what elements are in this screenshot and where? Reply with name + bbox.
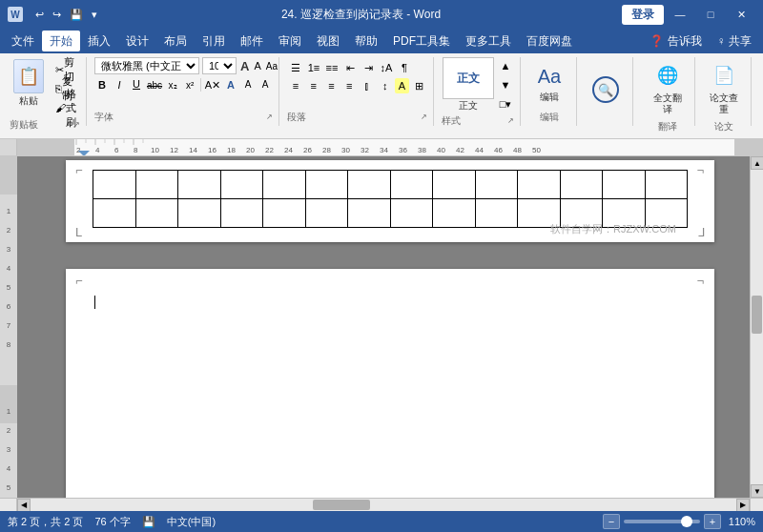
increase-indent-btn[interactable]: ⇥ — [360, 59, 377, 76]
scroll-track[interactable] — [751, 170, 763, 484]
menu-layout[interactable]: 布局 — [156, 31, 195, 51]
sort-btn[interactable]: ↕A — [378, 59, 395, 76]
vertical-scrollbar[interactable]: ▲ ▼ — [750, 156, 763, 498]
page-2[interactable]: ⌐ ⌐ — [66, 269, 714, 498]
shading-btn[interactable]: A — [395, 78, 410, 93]
show-marks-btn[interactable]: ¶ — [396, 59, 413, 76]
watermark: 软件自学网：RJZXW.COM — [550, 222, 676, 236]
table-cell — [305, 199, 348, 228]
menu-baidu[interactable]: 百度网盘 — [519, 31, 580, 51]
svg-text:6: 6 — [114, 146, 119, 154]
menu-home[interactable]: 开始 — [42, 31, 80, 51]
decrease-font-btn[interactable]: A — [253, 57, 261, 74]
find-btn[interactable]: 🔍 — [585, 73, 627, 106]
h-scroll-thumb[interactable] — [313, 500, 370, 510]
clipboard-group: 📋 粘贴 ✂ 剪切 ⎘ 复制 🖌 格式刷 剪贴板 ↗ — [4, 57, 87, 126]
multi-list-btn[interactable]: ≡≡ — [323, 59, 340, 76]
menu-share[interactable]: ♀ 共享 — [710, 31, 759, 51]
zoom-slider-thumb[interactable] — [681, 516, 692, 527]
language: 中文(中国) — [167, 515, 216, 529]
maximize-btn[interactable]: □ — [696, 0, 725, 29]
table-cell — [178, 199, 221, 228]
zoom-in-btn[interactable]: + — [704, 514, 721, 529]
zoom-slider[interactable] — [624, 520, 700, 523]
undo-btn[interactable]: ↩ — [32, 7, 47, 23]
h-scroll-right-btn[interactable]: ▶ — [736, 499, 750, 512]
scroll-thumb[interactable] — [752, 296, 762, 334]
menu-view[interactable]: 视图 — [309, 31, 347, 51]
normal-style-btn[interactable]: 正文 正文 — [442, 57, 495, 113]
h-scroll-track[interactable]: ◀ ▶ — [17, 498, 750, 511]
corner-tl: ⌐ — [75, 164, 83, 176]
ruler-corner — [0, 139, 17, 155]
page-1-bottom: ⌐ ⌐ 软件自学网：RJZXW.COM L L — [66, 160, 714, 242]
superscript-btn[interactable]: x² — [182, 76, 197, 93]
h-scroll-left-btn[interactable]: ◀ — [17, 499, 31, 512]
align-left-btn[interactable]: ≡ — [287, 77, 304, 94]
editing-styles-btn[interactable]: Aa 编辑 — [528, 60, 570, 106]
text-effect-btn[interactable]: A — [223, 76, 238, 93]
minimize-btn[interactable]: — — [666, 0, 694, 29]
zoom-out-btn[interactable]: − — [603, 514, 620, 529]
table-row — [93, 171, 688, 199]
strikethrough-btn[interactable]: abc — [146, 76, 163, 93]
clipboard-expand[interactable]: ↗ — [73, 120, 80, 129]
font-size-select[interactable]: 10 — [202, 57, 237, 74]
menu-more[interactable]: 更多工具 — [458, 31, 519, 51]
menu-file[interactable]: 文件 — [4, 31, 42, 51]
decrease-indent-btn[interactable]: ⇤ — [341, 59, 359, 76]
menu-mail[interactable]: 邮件 — [233, 31, 271, 51]
menu-pdf[interactable]: PDF工具集 — [385, 31, 458, 51]
full-translate-btn[interactable]: 🌐 全文翻译 — [647, 57, 689, 118]
font-color-btn[interactable]: A — [258, 76, 273, 93]
vertical-ruler: 1 2 3 4 5 6 7 8 1 2 3 4 5 6 7 — [0, 156, 17, 498]
login-button[interactable]: 登录 — [622, 5, 664, 25]
paste-label: 粘贴 — [19, 94, 38, 108]
paste-button[interactable]: 📋 粘贴 — [10, 57, 48, 110]
align-center-btn[interactable]: ≡ — [305, 77, 322, 94]
clear-format-btn[interactable]: A✕ — [204, 76, 221, 93]
menu-insert[interactable]: 插入 — [80, 31, 118, 51]
svg-text:48: 48 — [513, 146, 522, 154]
redo-btn[interactable]: ↪ — [50, 7, 64, 23]
menu-help[interactable]: 帮助 — [347, 31, 385, 51]
scroll-up-btn[interactable]: ▲ — [751, 156, 763, 170]
scroll-down-btn[interactable]: ▼ — [751, 484, 763, 498]
underline-btn[interactable]: U — [129, 76, 144, 93]
ordered-list-btn[interactable]: 1≡ — [305, 59, 322, 76]
menu-tell-me[interactable]: ❓ 告诉我 — [642, 31, 709, 51]
change-case-btn[interactable]: Aa — [265, 57, 278, 74]
column-btn[interactable]: ⫿ — [359, 77, 376, 94]
paragraph-expand[interactable]: ↗ — [421, 113, 427, 121]
unordered-list-btn[interactable]: ☰ — [287, 59, 304, 76]
paper-check-btn[interactable]: 📄 论文查重 — [703, 57, 745, 118]
doc-area[interactable]: ⌐ ⌐ 软件自学网：RJZXW.COM L L ⌐ ⌐ — [17, 156, 763, 498]
align-right-btn[interactable]: ≡ — [323, 77, 340, 94]
format-painter-button[interactable]: 🖌 格式刷 — [52, 99, 80, 116]
autosave-btn[interactable]: 💾 — [67, 7, 86, 23]
styles-expand[interactable]: ↗ — [507, 116, 514, 125]
line-spacing-btn[interactable]: ↕ — [377, 77, 394, 94]
italic-btn[interactable]: I — [112, 76, 127, 93]
style-scroll-up[interactable]: ▲ — [497, 57, 514, 74]
text-highlight-btn[interactable]: A — [240, 76, 256, 93]
menu-design[interactable]: 设计 — [118, 31, 156, 51]
paper-group: 📄 论文查重 论文 — [697, 57, 752, 126]
increase-font-btn[interactable]: A — [239, 57, 250, 74]
table-cell — [560, 171, 603, 199]
font-expand[interactable]: ↗ — [266, 113, 273, 121]
menu-review[interactable]: 审阅 — [271, 31, 309, 51]
border-btn[interactable]: ⊞ — [410, 77, 427, 94]
customize-btn[interactable]: ▾ — [89, 7, 100, 23]
justify-btn[interactable]: ≡ — [340, 77, 358, 94]
style-expand[interactable]: □▾ — [497, 95, 514, 113]
v-ruler-svg: 1 2 3 4 5 6 7 8 1 2 3 4 5 6 7 — [0, 156, 17, 498]
close-btn[interactable]: ✕ — [727, 0, 755, 29]
table-cell — [348, 171, 391, 199]
font-family-select[interactable]: 微软雅黑 (中文正文) — [94, 57, 199, 74]
bold-btn[interactable]: B — [94, 76, 110, 93]
menu-references[interactable]: 引用 — [195, 31, 233, 51]
style-scroll-down[interactable]: ▼ — [497, 76, 514, 93]
paragraph-group: ☰ 1≡ ≡≡ ⇤ ⇥ ↕A ¶ ≡ ≡ ≡ ≡ ⫿ ↕ A — [281, 57, 434, 126]
subscript-btn[interactable]: x₂ — [165, 76, 180, 93]
